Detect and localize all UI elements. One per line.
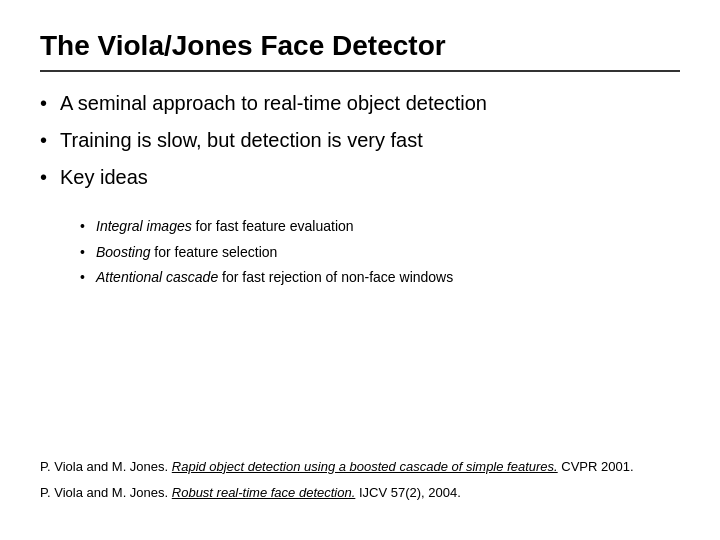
ref1-link[interactable]: Rapid object detection using a boosted c… [172, 459, 558, 474]
sub-bullet-list: Integral images for fast feature evaluat… [80, 217, 680, 294]
reference-2: P. Viola and M. Jones. Robust real-time … [40, 484, 680, 502]
main-bullet-list: A seminal approach to real-time object d… [40, 90, 680, 201]
ref2-link[interactable]: Robust real-time face detection. [172, 485, 356, 500]
bullet-1: A seminal approach to real-time object d… [40, 90, 680, 117]
sub-bullet-3-italic: Attentional cascade [96, 269, 218, 285]
title-section: The Viola/Jones Face Detector [40, 30, 680, 72]
ref2-suffix: IJCV 57(2), 2004. [355, 485, 461, 500]
slide-title: The Viola/Jones Face Detector [40, 30, 680, 62]
sub-bullet-3: Attentional cascade for fast rejection o… [80, 268, 680, 288]
ref1-prefix: P. Viola and M. Jones. [40, 459, 172, 474]
sub-bullet-2-italic: Boosting [96, 244, 150, 260]
sub-bullet-1: Integral images for fast feature evaluat… [80, 217, 680, 237]
sub-bullet-1-text: for fast feature evaluation [192, 218, 354, 234]
bullet-2: Training is slow, but detection is very … [40, 127, 680, 154]
references-section: P. Viola and M. Jones. Rapid object dete… [40, 448, 680, 510]
sub-bullet-1-italic: Integral images [96, 218, 192, 234]
ref2-prefix: P. Viola and M. Jones. [40, 485, 172, 500]
reference-1: P. Viola and M. Jones. Rapid object dete… [40, 458, 680, 476]
sub-bullet-2: Boosting for feature selection [80, 243, 680, 263]
ref1-suffix: CVPR 2001. [558, 459, 634, 474]
bullet-3: Key ideas [40, 164, 680, 191]
slide: The Viola/Jones Face Detector A seminal … [0, 0, 720, 540]
sub-bullet-2-text: for feature selection [150, 244, 277, 260]
sub-bullet-3-text: for fast rejection of non-face windows [218, 269, 453, 285]
